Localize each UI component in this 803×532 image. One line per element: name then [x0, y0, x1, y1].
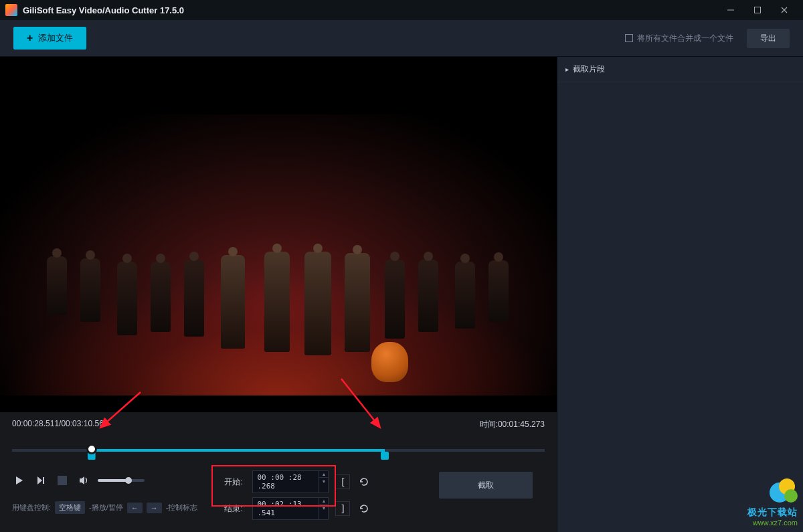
volume-icon[interactable] [76, 473, 91, 488]
app-title: GiliSoft Easy Video/Audio Cutter 17.5.0 [23, 5, 184, 15]
merge-files-checkbox[interactable]: 将所有文件合并成一个文件 [625, 33, 733, 44]
playhead[interactable] [86, 444, 97, 454]
add-file-button[interactable]: + 添加文件 [13, 27, 86, 50]
track-selection [92, 449, 385, 452]
svg-marker-6 [16, 476, 23, 484]
selection-duration: 时间:00:01:45.273 [480, 419, 545, 430]
svg-rect-1 [755, 7, 761, 13]
reset-end-button[interactable] [357, 501, 371, 516]
reset-start-button[interactable] [357, 474, 371, 489]
set-start-bracket-button[interactable]: [ [335, 474, 350, 489]
svg-marker-7 [37, 476, 42, 484]
title-bar: GiliSoft Easy Video/Audio Cutter 17.5.0 [0, 0, 803, 20]
volume-slider[interactable] [98, 479, 145, 482]
video-player[interactable] [0, 57, 557, 412]
close-button[interactable] [771, 1, 798, 19]
start-time-input[interactable]: 00 :00 :28 .268 [252, 470, 319, 493]
key-left: ← [127, 503, 143, 513]
key-right: → [147, 503, 162, 513]
video-area: 00:00:28.511/00:03:10.564 时间:00:01:45.27… [0, 57, 557, 532]
timeline-area: 00:00:28.511/00:03:10.564 时间:00:01:45.27… [0, 412, 557, 532]
play-button[interactable] [12, 473, 27, 488]
export-button[interactable]: 导出 [747, 29, 790, 48]
clips-panel-header[interactable]: ▸ 截取片段 [557, 57, 803, 82]
minimize-button[interactable] [717, 1, 744, 19]
time-position: 00:00:28.511/00:03:10.564 [12, 419, 108, 430]
video-frame [0, 114, 557, 395]
timeline-track[interactable] [12, 442, 545, 462]
end-time-spinner[interactable]: ▲▼ [319, 497, 329, 520]
stop-button[interactable] [55, 473, 70, 488]
checkbox-icon [625, 34, 633, 42]
svg-rect-8 [43, 477, 44, 484]
merge-label: 将所有文件合并成一个文件 [637, 33, 733, 44]
maximize-button[interactable] [744, 1, 771, 19]
svg-rect-0 [727, 10, 734, 11]
plus-icon: + [27, 32, 33, 44]
end-time-label: 结束: [224, 503, 246, 515]
keyboard-hints: 用键盘控制: 空格键 -播放/暂停 ← → -控制标志 [12, 501, 197, 514]
side-panel: ▸ 截取片段 [557, 57, 803, 532]
key-space: 空格键 [55, 501, 85, 514]
app-icon [5, 4, 17, 16]
toolbar: + 添加文件 将所有文件合并成一个文件 导出 [0, 20, 803, 57]
add-file-label: 添加文件 [38, 32, 73, 44]
selection-end-handle[interactable] [381, 452, 389, 460]
chevron-right-icon: ▸ [565, 66, 569, 73]
svg-marker-9 [80, 476, 84, 484]
end-time-input[interactable]: 00 :02 :13 .541 [252, 497, 319, 520]
cut-button[interactable]: 截取 [439, 472, 533, 499]
start-time-label: 开始: [224, 476, 246, 488]
watermark: 极光下载站 www.xz7.com [747, 477, 798, 527]
set-end-bracket-button[interactable]: ] [335, 501, 350, 516]
play-segment-button[interactable] [33, 473, 48, 488]
start-time-spinner[interactable]: ▲▼ [319, 470, 329, 493]
